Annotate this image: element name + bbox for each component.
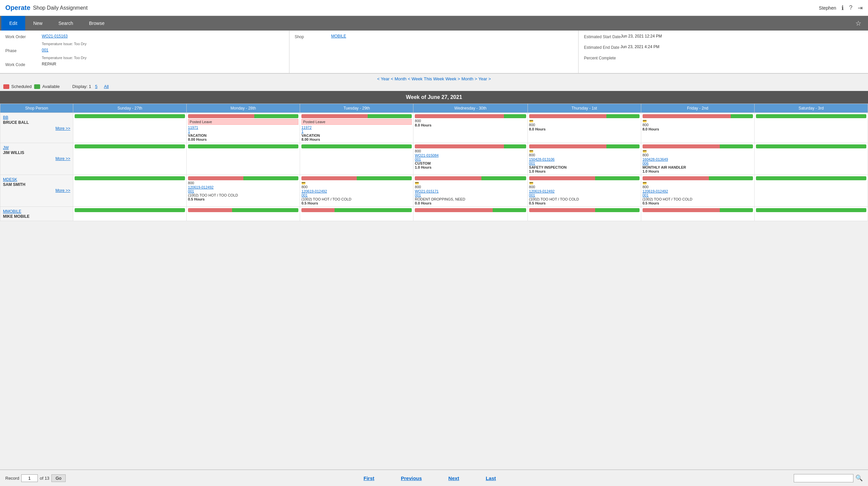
more-link[interactable]: More >> (3, 126, 70, 131)
person-id[interactable]: MMOBILE (3, 209, 21, 214)
progress-bar (756, 208, 866, 212)
col-fri: Friday - 2nd (641, 104, 754, 113)
credit-icon: 💳 (415, 181, 419, 185)
work-hours: 0.5 Hours (188, 197, 299, 201)
col-wed: Wednesday - 30th (413, 104, 527, 113)
top-header: Operate Shop Daily Assignment Stephen ℹ … (0, 0, 868, 16)
work-link[interactable]: 1 (188, 130, 299, 134)
shop-value[interactable]: MOBILE (331, 34, 346, 38)
person-id[interactable]: MDESK (3, 177, 17, 182)
help-icon[interactable]: ? (849, 4, 852, 11)
est-end-value: Jun 23, 2021 4:24 PM (620, 45, 659, 49)
star-icon[interactable]: ☆ (850, 19, 867, 27)
nav-month-prev[interactable]: < Month (391, 76, 406, 81)
display-5[interactable]: 5 (95, 84, 97, 89)
work-link[interactable]: 001 (529, 161, 640, 165)
legend-available: Available (34, 84, 60, 89)
day-cell: 💳800120619-012492001(1002) TOO HOT / TOO… (300, 175, 413, 207)
display-sep (100, 84, 101, 89)
progress-bar (74, 176, 185, 180)
day-cell (754, 207, 868, 221)
progress-bar (301, 208, 412, 212)
search-button[interactable]: Search (51, 16, 81, 31)
phase-row: Phase 001 (5, 48, 284, 53)
work-num: 800 (415, 119, 526, 123)
person-cell: MDESKSAM SMITHMore >> (0, 175, 73, 207)
work-link[interactable]: 120619-012492 (188, 185, 299, 189)
work-link[interactable]: 001 (529, 193, 640, 197)
progress-bar (529, 176, 640, 180)
work-link[interactable]: 001 (643, 193, 753, 197)
cal-nav: < Year < Month < Week This Week Week > M… (0, 74, 868, 83)
work-link[interactable]: 150428-013106 (529, 158, 640, 161)
work-hours: 0.5 Hours (643, 201, 753, 205)
day-cell (300, 207, 413, 221)
work-order-value[interactable]: WO21-015163 (42, 34, 68, 38)
work-link[interactable]: 120619-012492 (529, 189, 640, 193)
nav-this-week[interactable]: This Week (424, 76, 444, 81)
nav-year-next[interactable]: Year > (478, 76, 491, 81)
work-link[interactable]: 120619-012492 (301, 189, 412, 193)
calendar-header-row: Shop Person Sunday - 27th Monday - 28th … (0, 104, 868, 113)
work-num: 800 (643, 185, 753, 189)
work-link[interactable]: 001 (415, 158, 526, 161)
edit-button[interactable]: Edit (1, 16, 25, 31)
day-cell: 8008.0 Hours (413, 113, 527, 143)
day-cell (73, 175, 187, 207)
phase-value[interactable]: 001 (42, 48, 49, 53)
browse-button[interactable]: Browse (81, 16, 113, 31)
credit-icon: 💳 (643, 181, 647, 185)
progress-bar (188, 176, 299, 180)
logout-icon[interactable]: ⇥ (858, 4, 863, 11)
nav-week-prev[interactable]: < Week (408, 76, 423, 81)
work-link[interactable]: 001 (415, 193, 526, 197)
day-cell (73, 143, 187, 175)
more-link[interactable]: More >> (3, 188, 70, 193)
work-type: CUSTOM (415, 161, 526, 165)
info-icon[interactable]: ℹ (841, 4, 844, 11)
nav-year-prev[interactable]: < Year (377, 76, 390, 81)
work-type: VACATION (188, 134, 299, 137)
phase-label: Phase (5, 48, 42, 53)
day-cell (187, 143, 300, 175)
work-link[interactable]: 160428-013649 (643, 158, 753, 161)
work-hours: 1.0 Hours (529, 169, 640, 173)
day-cell (300, 143, 413, 175)
day-cell (73, 207, 187, 221)
progress-bar (643, 208, 753, 212)
new-button[interactable]: New (25, 16, 51, 31)
nav-month-next[interactable]: Month > (462, 76, 477, 81)
work-link[interactable]: 001 (301, 193, 412, 197)
person-name: BRUCE BALL (3, 120, 29, 125)
nav-week-next[interactable]: Week > (445, 76, 460, 81)
work-num: 800 (529, 123, 640, 127)
col-tue: Tuesday - 29th (300, 104, 413, 113)
display-all[interactable]: All (104, 84, 109, 89)
progress-bar (529, 114, 640, 118)
credit-icon: 💳 (529, 149, 533, 153)
work-link[interactable]: 11971 (188, 125, 299, 130)
work-link[interactable]: 11972 (301, 125, 412, 130)
progress-bar (529, 144, 640, 148)
work-hours: 8.0 Hours (415, 123, 526, 127)
work-link[interactable]: 006 (643, 161, 753, 165)
work-link[interactable]: 001 (188, 189, 299, 193)
person-id[interactable]: BB (3, 115, 8, 120)
legend-scheduled: Scheduled (3, 84, 31, 89)
work-link[interactable]: WO21-015084 (415, 153, 526, 158)
work-num: 800 (643, 123, 753, 127)
person-id[interactable]: JW (3, 145, 9, 150)
work-link[interactable]: WO21-015171 (415, 189, 526, 193)
user-name: Stephen (819, 5, 836, 10)
progress-bar (301, 144, 412, 148)
progress-bar (756, 144, 866, 148)
work-hours: 0.5 Hours (529, 201, 640, 205)
credit-icon: 💳 (529, 181, 533, 185)
more-link[interactable]: More >> (3, 156, 70, 161)
table-row: MDESKSAM SMITHMore >>800120619-012492001… (0, 175, 868, 207)
col-sat: Saturday - 3rd (754, 104, 868, 113)
header-right: Stephen ℹ ? ⇥ (819, 4, 863, 11)
work-link[interactable]: 1 (301, 130, 412, 134)
work-link[interactable]: 120619-012492 (643, 189, 753, 193)
person-cell: JWJIM WILLISMore >> (0, 143, 73, 175)
